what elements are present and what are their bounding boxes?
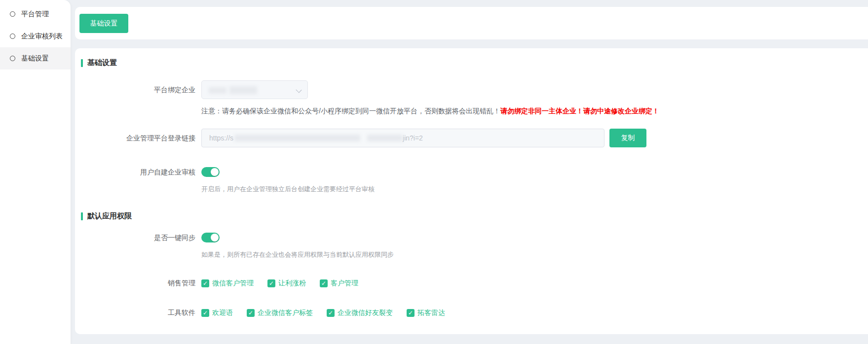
self-review-help: 开启后，用户在企业管理独立后台创建企业需要经过平台审核 [201,185,868,194]
checkbox-label: 企业微信客户标签 [258,309,313,317]
circle-icon [10,34,15,39]
checkbox-welcome-message[interactable]: 欢迎语 [201,309,233,317]
sidebar: 平台管理 企业审核列表 基础设置 [0,0,71,344]
redacted-url-blur [367,135,403,141]
checkbox-wechat-customer-management[interactable]: 微信客户管理 [201,279,254,288]
checkbox-checked-icon [247,309,255,317]
tabs-card: 基础设置 [75,7,868,39]
chevron-down-icon [296,87,302,93]
sync-toggle[interactable] [201,233,220,242]
section-bar-icon [81,212,83,220]
circle-icon [10,11,15,17]
circle-icon [10,56,15,61]
tab-basic-settings[interactable]: 基础设置 [79,14,128,33]
sidebar-item-enterprise-review-list[interactable]: 企业审核列表 [0,25,71,47]
checkbox-checked-icon [201,279,209,287]
self-review-toggle[interactable] [201,167,220,177]
sidebar-item-label: 企业审核列表 [21,32,63,41]
checkbox-checked-icon [267,279,275,287]
note-text: 注意：请务必确保该企业微信和公众号/小程序绑定到同一微信开放平台，否则数据将会出… [201,107,500,115]
redacted-url-blur [234,135,360,141]
checkbox-checked-icon [407,309,415,317]
note-warning-text: 请勿绑定非同一主体企业！请勿中途修改企业绑定！ [500,107,659,115]
checkbox-checked-icon [320,279,328,287]
toggle-knob [211,234,219,241]
sidebar-item-basic-settings[interactable]: 基础设置 [0,47,71,69]
login-link-input[interactable]: https://s jin?i=2 [201,129,604,147]
checkbox-profit-fans[interactable]: 让利涨粉 [267,279,306,288]
checkbox-customer-radar[interactable]: 拓客雷达 [407,309,445,317]
checkbox-checked-icon [327,309,335,317]
bind-enterprise-row: 平台绑定企业 [75,80,868,99]
bind-enterprise-note: 注意：请务必确保该企业微信和公众号/小程序绑定到同一微信开放平台，否则数据将会出… [201,107,868,116]
sales-permissions-row: 销售管理 微信客户管理 让利涨粉 客户管理 [75,279,868,288]
sidebar-item-platform-management[interactable]: 平台管理 [0,3,71,25]
sidebar-item-label: 基础设置 [21,54,49,63]
url-suffix: jin?i=2 [403,134,423,142]
bind-enterprise-label: 平台绑定企业 [75,80,195,99]
self-review-label: 用户自建企业审核 [75,167,195,177]
url-prefix: https://s [209,134,233,142]
section-title: 基础设置 [87,58,117,68]
toggle-knob [211,168,219,176]
section-header-default-permissions: 默认应用权限 [81,211,868,221]
tools-label: 工具软件 [75,309,195,316]
main-content: 基础设置 基础设置 平台绑定企业 注意：请务必确保该企业微信和公众号/小程序绑定… [75,0,868,334]
checkbox-label: 欢迎语 [212,309,233,317]
checkbox-label: 让利涨粉 [278,279,306,288]
checkbox-checked-icon [201,309,209,317]
redacted-text-blur [209,87,226,94]
checkbox-label: 微信客户管理 [212,279,254,288]
checkbox-label: 拓客雷达 [417,309,445,317]
login-link-row: 企业管理平台登录链接 https://s jin?i=2 复制 [75,129,868,147]
redacted-text-blur [229,86,257,94]
sync-help: 如果是，则所有已存在企业也会将应用权限与当前默认应用权限同步 [201,250,868,259]
checkbox-label: 企业微信好友裂变 [338,309,393,317]
login-link-label: 企业管理平台登录链接 [75,129,195,147]
checkbox-wecom-friend-fission[interactable]: 企业微信好友裂变 [327,309,393,317]
section-title: 默认应用权限 [87,211,132,221]
section-header-basic-settings: 基础设置 [81,58,868,68]
self-review-row: 用户自建企业审核 [75,167,868,179]
sidebar-item-label: 平台管理 [21,10,49,19]
section-bar-icon [81,59,83,67]
checkbox-label: 客户管理 [331,279,358,288]
tools-permissions-row: 工具软件 欢迎语 企业微信客户标签 企业微信好友裂变 拓客雷达 [75,309,868,317]
sync-row: 是否一键同步 [75,233,868,244]
sync-label: 是否一键同步 [75,233,195,242]
settings-form-card: 基础设置 平台绑定企业 注意：请务必确保该企业微信和公众号/小程序绑定到同一微信… [75,48,868,334]
sales-label: 销售管理 [75,279,195,287]
copy-button[interactable]: 复制 [609,129,646,147]
bind-enterprise-select[interactable] [201,80,308,99]
checkbox-wecom-customer-tags[interactable]: 企业微信客户标签 [247,309,313,317]
checkbox-customer-management[interactable]: 客户管理 [320,279,358,288]
